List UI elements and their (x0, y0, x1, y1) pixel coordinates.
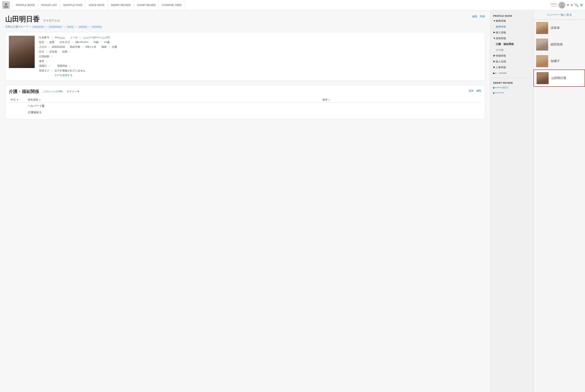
edit-qual-link[interactable]: 編集 (476, 89, 482, 92)
logo-icon[interactable] (2, 1, 10, 9)
employee-id-colon: ： (50, 36, 53, 40)
nav-chart-board[interactable]: CHART BOARD (134, 0, 159, 10)
section-header: 介護・福祉関係 このシートのURL サマリー▼ 追加 編集 (9, 89, 482, 94)
job-type-label: 職種 (102, 45, 106, 49)
sidebar-section-3[interactable]: ▶研修情報 (490, 53, 533, 59)
breadcrumb-tag-3[interactable]: ×××× (66, 25, 74, 29)
qual-date-cell (9, 109, 26, 116)
category-value: 正社員 (49, 50, 57, 54)
sort-arrow-date: ▼ (16, 98, 18, 101)
profile-photo (9, 36, 35, 68)
sidebar-child-2-0[interactable]: 介護・福祉関係 (490, 41, 533, 47)
sidebar-child-0-0[interactable]: 兼務情報 (490, 24, 533, 30)
user-org: ××××× (550, 5, 557, 8)
qual-name-cell: 介護福祉士 (26, 109, 320, 116)
member-avatar-3 (536, 72, 548, 84)
sidebar-section-4[interactable]: ▶個人目標 (490, 59, 533, 64)
birth-value: 19××/××/×× (75, 41, 88, 44)
sidebar-smart-review-item-1[interactable]: ▶×××××× (490, 90, 533, 95)
main-layout: 山田明日香 ヤマダアスカ 編集 削除 元気な介護グループ > ××××××× >… (0, 10, 585, 392)
col-date-header[interactable]: 年月 ▼ (9, 97, 26, 103)
care-exp-label: 介護経験 (39, 55, 49, 58)
sidebar-profile-book-title: PROFILE BOOK (490, 13, 533, 18)
sheet-url-link[interactable]: このシートのURL (42, 90, 63, 94)
section-actions: 追加 編集 (468, 89, 482, 92)
left-content: 山田明日香 ヤマダアスカ 編集 削除 元気な介護グループ > ××××××× >… (0, 10, 490, 392)
qual-table: 年月 ▼ 保有資格 ◇ 備考 ◇ ヘ (9, 97, 482, 116)
sidebar-section-2[interactable]: ▼資格情報 (490, 36, 533, 41)
tag-add-link[interactable]: タグを追加する (54, 74, 86, 77)
nav-synapse-tree[interactable]: SYNAPSE TREE (159, 0, 185, 10)
breadcrumb-tag-4[interactable]: ××××× (78, 25, 88, 29)
dropdown-arrow[interactable]: ▼ (567, 4, 570, 7)
tag-no-value: タグが登録されていません (54, 69, 86, 72)
member-item-2[interactable]: 知優子 (534, 53, 585, 70)
qual-memo-cell (320, 109, 482, 116)
sort-arrow-memo: ◇ (328, 98, 330, 101)
svg-point-3 (560, 6, 564, 8)
join-date-value: 2015/12/10 (52, 46, 65, 48)
breadcrumb-tag-2[interactable]: ×××××××× (48, 25, 63, 29)
tenure-label: 勤続年数 (70, 45, 80, 49)
sidebar-section-5[interactable]: ▶人事情報 (490, 64, 533, 70)
header: PROFILE BOOK PICKUP LIST SHUFFLE FACE VO… (0, 0, 585, 10)
sidebar-smart-review-item-0[interactable]: ▶×××××2017 (490, 85, 533, 90)
breadcrumb-sep-5: > (89, 26, 90, 28)
col-memo-header[interactable]: 備考 ◇ (320, 97, 482, 103)
profile-actions: 編集 削除 (472, 15, 485, 18)
mail-value: △△△×××@×××.△△.OO (83, 36, 110, 39)
qual-row: ヘルパー１級 (9, 103, 482, 109)
back-to-members-link[interactable]: メンバー一覧に戻る (547, 13, 572, 16)
member-item-3[interactable]: 山田明日香 (534, 70, 585, 87)
sidebar-section-6[interactable]: ▶×・××××× (490, 70, 533, 76)
breadcrumb-tag-5[interactable]: ×××××× (91, 25, 103, 29)
profile-info: 社員番号 ： ×××△△△ メール ： △△△×××@×××.△△.OO 性別 … (39, 36, 482, 77)
nav-shuffle-face[interactable]: SHUFFLE FACE (60, 0, 86, 10)
sort-arrow-qual: ◇ (39, 98, 40, 101)
member-avatar-0 (536, 22, 548, 34)
member-item-0[interactable]: 浜田幸 (534, 20, 585, 36)
member-name-0: 浜田幸 (551, 26, 560, 30)
member-name-2: 知優子 (551, 59, 560, 63)
add-link[interactable]: 追加 (468, 89, 474, 92)
sidebar-section-0[interactable]: ▼兼務情報 (490, 18, 533, 24)
sidebar-child-2-1[interactable]: その他 (490, 47, 533, 53)
sidebar-section-1[interactable]: ▶個人情報 (490, 30, 533, 36)
user-info: ××××× ××××× (550, 2, 557, 8)
member-avatar-2 (536, 55, 548, 67)
member-avatar-1 (536, 38, 548, 50)
nav-voice-note[interactable]: VOICE NOTE (86, 0, 108, 10)
svg-point-0 (5, 3, 7, 6)
member-item-1[interactable]: 睦田智美 (534, 36, 585, 53)
category-label: 区分 (39, 50, 44, 54)
age-value: ××歳 (104, 40, 110, 44)
breadcrumb-tag-1[interactable]: ××××××× (32, 25, 45, 29)
gender-value: 女性 (49, 40, 54, 44)
mail-label: メール (70, 36, 78, 40)
delete-link[interactable]: 削除 (480, 15, 485, 18)
breadcrumb-sep-3: > (64, 26, 65, 28)
col-qual-header[interactable]: 保有資格 ◇ (26, 97, 320, 103)
breadcrumb-sep-4: > (75, 26, 77, 28)
search-icon[interactable]: 🔍 (574, 3, 578, 7)
breadcrumb-sep-1: > (29, 26, 31, 28)
nav-smart-review[interactable]: SMART REVIEW (108, 0, 134, 10)
breadcrumb-group[interactable]: 元気な介護グループ (5, 25, 28, 29)
tenure-value: 2年×ヵ月 (86, 45, 96, 49)
nav-pickup-list[interactable]: PICKUP LIST (38, 0, 60, 10)
tag-label: 登録タグ (39, 69, 49, 72)
profile-kana: ヤマダアスカ (43, 19, 60, 22)
summary-dropdown[interactable]: サマリー▼ (66, 90, 80, 94)
user-avatar[interactable] (558, 2, 566, 8)
qual-section: 介護・福祉関係 このシートのURL サマリー▼ 追加 編集 年月 ▼ (5, 85, 485, 119)
profile-name-block: 山田明日香 ヤマダアスカ (5, 15, 472, 24)
nav-profile-book[interactable]: PROFILE BOOK (12, 0, 38, 10)
member-name-1: 睦田智美 (551, 42, 563, 46)
sidebar-smart-review-title: SMART REVIEW (490, 80, 533, 85)
edit-link[interactable]: 編集 (472, 15, 477, 18)
settings-icon[interactable]: ⚙ (580, 3, 583, 7)
list-icon[interactable]: ≡ (570, 3, 573, 7)
svg-rect-1 (4, 6, 8, 8)
age-label: 年齢 (94, 40, 99, 44)
sidebar-divider (490, 78, 533, 78)
